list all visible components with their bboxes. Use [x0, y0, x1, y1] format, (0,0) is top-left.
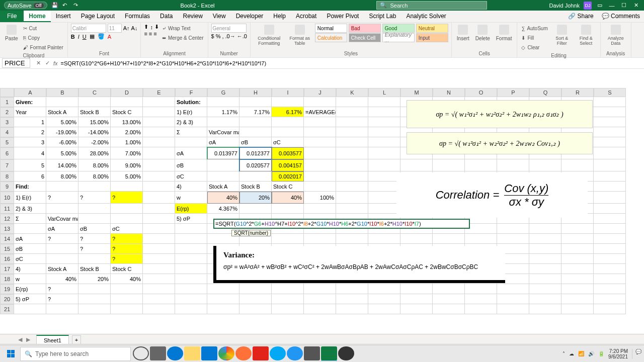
start-button[interactable] [2, 347, 19, 361]
cell-D7[interactable]: 9.00% [111, 159, 143, 171]
cell-edit-overlay[interactable]: =SQRT(G10^2*G6+H10^H7+I10^2*I8+2*G10*H10… [213, 219, 470, 229]
cell-D6[interactable]: 7.00% [111, 147, 143, 159]
tab-analytic-solver[interactable]: Analytic Solver [401, 11, 451, 22]
cell-S5[interactable] [594, 137, 626, 147]
cell-K20[interactable] [336, 294, 368, 304]
cell-F12[interactable]: 5) σP [175, 214, 207, 224]
align-bottom-icon[interactable]: ⬇ [154, 24, 159, 30]
row-header-13[interactable]: 13 [0, 224, 14, 234]
cell-Q14[interactable] [529, 234, 561, 244]
cell-S16[interactable] [594, 254, 626, 264]
delete-cells-button[interactable]: Delete [473, 24, 492, 50]
cell-J2[interactable]: =AVERAGE(D3:D8) [304, 107, 336, 117]
cell-C9[interactable] [78, 182, 111, 192]
cell-B2[interactable]: Stock A [46, 107, 78, 117]
cell-R18[interactable] [561, 274, 594, 284]
cell-A7[interactable]: 5 [14, 159, 46, 171]
borders-icon[interactable]: ▦ [90, 33, 95, 40]
cell-C6[interactable]: 28.00% [78, 147, 111, 159]
cell-E17[interactable] [143, 264, 175, 274]
tab-data[interactable]: Data [155, 11, 178, 22]
cell-F11[interactable]: E(rp) [175, 204, 207, 214]
cell-G8[interactable] [207, 171, 239, 182]
font-size-input[interactable] [108, 24, 122, 33]
cell-Q16[interactable] [529, 254, 561, 264]
cell-B3[interactable]: 5.00% [46, 117, 78, 127]
tab-script-lab[interactable]: Script Lab [364, 11, 401, 22]
style-neutral[interactable]: Neutral [416, 24, 448, 33]
app-icon-1[interactable] [253, 347, 269, 361]
cell-D10[interactable]: ? [111, 192, 143, 204]
cell-D9[interactable] [111, 182, 143, 192]
undo-icon[interactable]: ↶ [62, 2, 69, 9]
cell-D21[interactable] [111, 304, 143, 314]
cell-E7[interactable] [143, 159, 175, 171]
cell-L14[interactable] [368, 234, 400, 244]
row-header-2[interactable]: 2 [0, 107, 14, 117]
cell-G6[interactable]: 0.013977 [207, 147, 239, 159]
col-header-H[interactable]: H [239, 88, 272, 97]
cell-N7[interactable] [433, 159, 465, 171]
autosum-button[interactable]: ∑ AutoSum [520, 24, 548, 33]
fill-button[interactable]: ⬇ Fill [520, 33, 548, 42]
cell-A17[interactable]: 4) [14, 264, 46, 274]
row-header-16[interactable]: 16 [0, 254, 14, 264]
cell-E19[interactable] [143, 284, 175, 294]
cell-A21[interactable] [14, 304, 46, 314]
cell-E15[interactable] [143, 244, 175, 254]
cell-D20[interactable] [111, 294, 143, 304]
cell-S6[interactable] [594, 147, 626, 159]
cortana-icon[interactable] [133, 347, 149, 361]
cell-C7[interactable]: 8.00% [78, 159, 111, 171]
cell-C19[interactable] [78, 284, 111, 294]
cell-F9[interactable]: 4) [175, 182, 207, 192]
tab-view[interactable]: View [208, 11, 231, 22]
cell-Q17[interactable] [529, 264, 561, 274]
cell-F10[interactable]: w [175, 192, 207, 204]
cell-K19[interactable] [336, 284, 368, 294]
cell-F18[interactable] [175, 274, 207, 284]
cell-N14[interactable] [433, 234, 465, 244]
cell-D17[interactable]: Stock C [111, 264, 143, 274]
cell-S21[interactable] [594, 304, 626, 314]
cell-H10[interactable]: 20% [239, 192, 272, 204]
find-select-button[interactable]: Find & Select [575, 24, 597, 52]
cell-D13[interactable]: σC [111, 224, 143, 234]
cell-P7[interactable] [497, 159, 529, 171]
style-calc[interactable]: Calculation [315, 33, 347, 42]
col-header-P[interactable]: P [497, 88, 529, 97]
col-header-J[interactable]: J [304, 88, 336, 97]
cell-A10[interactable]: 1) E(r) [14, 192, 46, 204]
excel-icon[interactable] [321, 347, 337, 361]
cell-K11[interactable] [336, 204, 368, 214]
row-header-6[interactable]: 6 [0, 147, 14, 159]
battery-icon[interactable]: 🔋 [598, 351, 604, 356]
cell-A15[interactable]: σB [14, 244, 46, 254]
fx-icon[interactable]: fx [53, 60, 58, 66]
cell-G20[interactable] [207, 294, 239, 304]
cell-J20[interactable] [304, 294, 336, 304]
add-sheet-button[interactable]: + [72, 335, 81, 344]
tab-formulas[interactable]: Formulas [120, 11, 155, 22]
cell-C14[interactable]: ? [78, 234, 111, 244]
cell-G11[interactable]: 4.367% [207, 204, 239, 214]
cell-H7[interactable]: 0.020577 [239, 159, 272, 171]
cell-A19[interactable]: E(rp) [14, 284, 46, 294]
cell-D16[interactable]: ? [111, 254, 143, 264]
sheet-nav-next-icon[interactable]: ▶ [26, 336, 30, 343]
decrease-decimal-icon[interactable]: ←.0 [237, 33, 247, 39]
comma-icon[interactable]: , [222, 33, 223, 39]
cell-B10[interactable]: ? [46, 192, 78, 204]
cell-I10[interactable]: 40% [272, 192, 304, 204]
cell-A3[interactable]: 1 [14, 117, 46, 127]
cell-E4[interactable] [143, 127, 175, 137]
cell-B6[interactable]: 5.00% [46, 147, 78, 159]
cell-F2[interactable]: 1) E(r) [175, 107, 207, 117]
tab-file[interactable]: File [0, 11, 24, 22]
cell-S11[interactable] [594, 204, 626, 214]
cell-I8[interactable]: 0.002017 [272, 171, 304, 182]
cell-I7[interactable]: 0.004157 [272, 159, 304, 171]
row-header-10[interactable]: 10 [0, 192, 14, 204]
paste-button[interactable]: Paste [3, 24, 20, 52]
percent-icon[interactable]: % [216, 33, 221, 39]
